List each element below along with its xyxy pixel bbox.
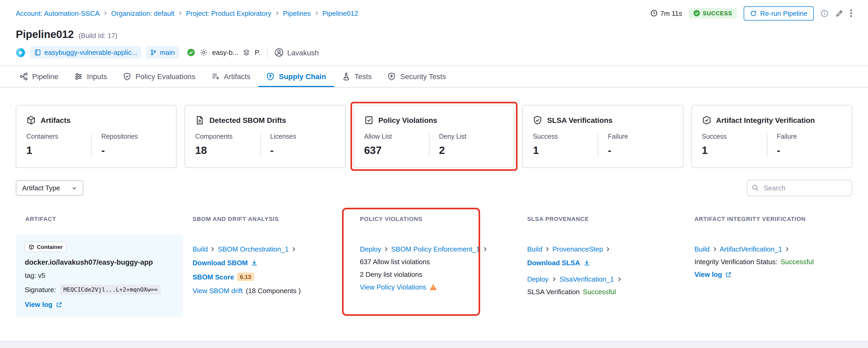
integrity-status-line: Integrity Verification Status: Successfu… <box>694 258 843 266</box>
chevron-right-icon <box>211 247 215 252</box>
artifact-type-dropdown[interactable]: Artifact Type <box>16 180 83 196</box>
step-link[interactable]: SBOM Policy Enforcement_1 <box>391 245 480 253</box>
chevron-right-icon <box>606 247 610 252</box>
artifact-signature-row: Signature: MEQCICde2Vjl...L+2+mqnOXw== <box>25 285 174 295</box>
view-sbom-drift-link[interactable]: View SBOM drift <box>193 287 243 295</box>
chevron-right-icon <box>275 11 279 15</box>
chevron-right-icon <box>712 247 717 252</box>
download-slsa-link[interactable]: Download SLSA <box>527 259 580 267</box>
stage-link[interactable]: Deploy <box>360 245 381 253</box>
card-artifacts: Artifacts Containers 1 Repositories - <box>16 105 177 168</box>
search-box <box>747 180 852 196</box>
page-bottom-strip <box>0 341 868 348</box>
download-icon <box>251 259 258 266</box>
more-options-button[interactable] <box>850 9 852 18</box>
stage-link[interactable]: Deploy <box>527 275 548 283</box>
col-header-integrity: ARTIFACT INTEGRITY VERIFICATION <box>685 216 852 222</box>
tab-tests[interactable]: Tests <box>334 66 379 87</box>
policy-evaluations-icon <box>123 72 131 81</box>
view-log-link[interactable]: View log <box>25 300 53 309</box>
step-link[interactable]: ProvenanceStep <box>552 245 603 253</box>
tab-policy-evaluations[interactable]: Policy Evaluations <box>115 66 203 87</box>
edit-pipeline-button[interactable] <box>835 9 843 17</box>
tab-inputs[interactable]: Inputs <box>66 66 115 87</box>
service-name: easy-b... <box>212 49 239 56</box>
col-header-artifact: ARTIFACT <box>16 216 183 222</box>
service-gear-icon <box>199 49 207 56</box>
chevron-right-icon <box>103 11 107 15</box>
download-sbom-link[interactable]: Download SBOM <box>193 259 248 267</box>
metric-components: Components 18 <box>195 133 260 156</box>
tab-supply-chain[interactable]: Supply Chain <box>258 66 334 87</box>
chevron-down-icon <box>72 185 77 191</box>
chevron-right-icon <box>785 247 789 252</box>
card-title: Artifact Integrity Verification <box>716 116 815 124</box>
container-cube-icon <box>28 244 34 250</box>
triggered-by-user: Lavakush <box>275 48 319 57</box>
download-icon <box>583 259 590 266</box>
sbom-score-link[interactable]: SBOM Score <box>193 273 234 281</box>
repository-chip[interactable]: easybuggy-vulnerable-applic... <box>30 47 142 59</box>
sbom-drift-line: View SBOM drift (18 Components ) <box>193 287 341 295</box>
artifacts-table: ARTIFACT SBOM AND DRIFT ANALYSIS POLICY … <box>16 216 852 329</box>
tab-label: Inputs <box>87 72 107 81</box>
step-link[interactable]: SBOM Orchestration_1 <box>218 245 289 253</box>
stage-link[interactable]: Build <box>527 245 542 253</box>
policy-violations-card-icon <box>364 115 374 125</box>
card-title: Policy Violations <box>378 116 437 124</box>
check-circle-icon <box>694 10 700 16</box>
search-input[interactable] <box>747 180 852 196</box>
breadcrumb-project[interactable]: Project: Product Exploratory <box>186 9 271 17</box>
stage-link[interactable]: Build <box>694 245 710 253</box>
rerun-pipeline-button[interactable]: Re-run Pipeline <box>744 6 814 20</box>
metric-integrity-failure: Failure - <box>767 133 842 156</box>
summary-cards: Artifacts Containers 1 Repositories - <box>16 105 852 168</box>
sbom-drifts-card-icon <box>195 115 205 125</box>
view-policy-violations-link[interactable]: View Policy Violations <box>360 283 426 291</box>
breadcrumb-account[interactable]: Account: Automation-SSCA <box>16 9 100 17</box>
integrity-step-line: Build ArtifactVerification_1 <box>694 245 843 253</box>
policy-step-line: Deploy SBOM Policy Enforcement_1 <box>360 245 508 253</box>
environment-name: P. <box>255 49 260 56</box>
tab-artifacts[interactable]: Artifacts <box>203 66 258 87</box>
slsa-card-icon <box>533 115 542 125</box>
card-slsa-verifications: SLSA Verifications Success 1 Failure - <box>522 105 683 168</box>
chevron-right-icon <box>314 11 318 15</box>
inputs-icon <box>74 72 83 81</box>
container-type-badge: Container <box>25 241 66 252</box>
allow-list-violations: 637 Allow list violations <box>360 258 508 266</box>
tab-pipeline[interactable]: Pipeline <box>11 66 66 87</box>
metric-integrity-success: Success 1 <box>702 133 767 156</box>
step-link[interactable]: SlsaVerification_1 <box>559 275 614 283</box>
supply-chain-content: Artifacts Containers 1 Repositories - <box>0 88 868 329</box>
info-button[interactable] <box>820 9 829 17</box>
divider <box>267 48 268 57</box>
container-type-label: Container <box>37 243 63 250</box>
card-artifact-integrity: Artifact Integrity Verification Success … <box>691 105 852 168</box>
user-avatar-icon <box>275 48 283 57</box>
duration: 7m 11s <box>650 9 682 17</box>
card-sbom-drifts: Detected SBOM Drifts Components 18 Licen… <box>185 105 346 168</box>
breadcrumb-organization[interactable]: Organization: default <box>111 9 175 17</box>
breadcrumb-pipelines[interactable]: Pipelines <box>283 9 311 17</box>
chevron-right-icon <box>291 247 296 252</box>
external-link-icon <box>56 301 62 308</box>
metric-containers: Containers 1 <box>26 133 91 156</box>
status-text: SUCCESS <box>703 10 732 16</box>
tab-security-tests[interactable]: Security Tests <box>380 66 454 87</box>
chevron-right-icon <box>552 277 556 282</box>
tab-label: Policy Evaluations <box>135 72 195 81</box>
download-slsa-line: Download SLSA <box>527 259 675 267</box>
breadcrumb-pipeline012[interactable]: Pipeline012 <box>322 9 358 17</box>
integrity-verification-cell: Build ArtifactVerification_1 Integrity V… <box>685 235 852 317</box>
artifact-image-name: docker.io/lavakush07/easy-buggy-app <box>25 258 174 266</box>
branch-chip[interactable]: main <box>146 47 179 59</box>
view-log-link[interactable]: View log <box>694 270 722 279</box>
stage-link[interactable]: Build <box>193 245 208 253</box>
step-link[interactable]: ArtifactVerification_1 <box>720 245 782 253</box>
artifact-tag: tag: v5 <box>25 271 174 280</box>
artifacts-icon <box>211 72 219 81</box>
breadcrumb: Account: Automation-SSCA Organization: d… <box>16 9 358 17</box>
clock-icon <box>650 9 657 17</box>
page-title: Pipeline012 <box>16 28 74 40</box>
